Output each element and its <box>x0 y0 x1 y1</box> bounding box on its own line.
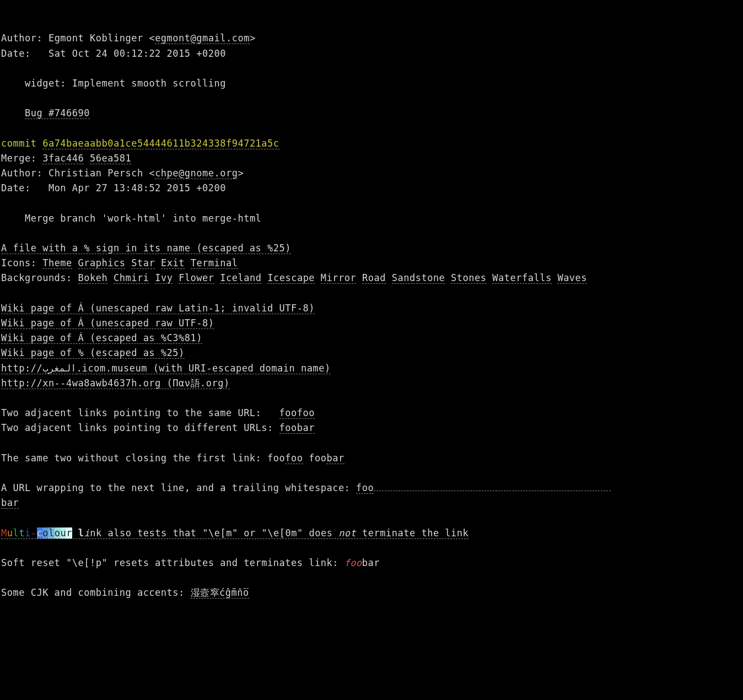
icon-theme-link[interactable]: Theme <box>42 257 72 269</box>
commit-label: commit <box>1 138 42 149</box>
diff-url-label: Two adjacent links pointing to different… <box>1 422 279 433</box>
bug-prefix <box>1 107 25 119</box>
author-name: Egmont Koblinger < <box>42 33 155 44</box>
author-label-2: Author: <box>1 168 42 179</box>
reset-bar: bar <box>362 557 380 568</box>
museum-link-a[interactable]: http://المغرب <box>1 363 77 374</box>
commit-message: widget: Implement smooth scrolling <box>1 78 226 89</box>
wrap-bar-link[interactable]: bar <box>1 497 19 509</box>
author-close: > <box>250 33 256 44</box>
wrap-foo-link[interactable]: foo <box>356 482 374 494</box>
no-close-bar-link[interactable]: bar <box>326 453 344 464</box>
no-close-label: The same two without closing the first l… <box>1 453 285 464</box>
date-value: Sat Oct 24 00:12:22 2015 +0200 <box>42 48 226 59</box>
wrap-label: A URL wrapping to the next line, and a t… <box>1 482 356 493</box>
date-value-2: Mon Apr 27 13:48:52 2015 +0200 <box>42 182 226 193</box>
date-label-2: Date: <box>1 182 42 193</box>
bg-link[interactable]: Stones <box>451 272 486 284</box>
bg-link[interactable]: Waves <box>557 272 587 284</box>
icon-exit-link[interactable]: Exit <box>161 257 185 269</box>
icons-label: Icons: <box>1 257 42 268</box>
author-email-link[interactable]: egmont@gmail.com <box>155 33 250 44</box>
author-label: Author: <box>1 33 42 44</box>
wiki-link-4[interactable]: Wiki page of % (escaped as %25) <box>1 347 185 359</box>
author-name-2: Christian Persch < <box>42 168 155 179</box>
author-email-link-2[interactable]: chpe@gnome.org <box>155 168 238 179</box>
bg-link[interactable]: Chmiri <box>114 272 149 284</box>
same-url-label: Two adjacent links pointing to the same … <box>1 407 279 418</box>
terminal-output: Author: Egmont Koblinger <egmont@gmail.c… <box>1 31 742 600</box>
wiki-link-2[interactable]: Wiki page of Á (unescaped raw UTF-8) <box>1 317 214 329</box>
soft-reset-label: Soft reset "\e[!p" resets attributes and… <box>1 557 344 568</box>
bg-link[interactable]: Ivy <box>155 272 173 284</box>
icon-star-link[interactable]: Star <box>131 257 155 269</box>
bg-link[interactable]: Sandstone <box>392 272 445 284</box>
commit-hash-link[interactable]: 6a74baeaabb0a1ce54444611b324338f94721a5c <box>42 138 279 149</box>
no-close-foo-link[interactable]: foo <box>285 453 303 464</box>
museum-link-b[interactable]: .icom.museum (with URI-escaped domain na… <box>77 363 331 374</box>
reset-foo: foo <box>344 557 362 568</box>
bg-link[interactable]: Flower <box>179 272 214 284</box>
idn-link[interactable]: http://xn--4wa8awb4637h.org (Παν語.org) <box>1 378 230 389</box>
merge-hash1-link[interactable]: 3fac446 <box>42 153 84 164</box>
bg-link[interactable]: Mirror <box>321 272 356 284</box>
merge-hash2-link[interactable]: 56ea581 <box>90 153 131 164</box>
same-url-link[interactable]: foofoo <box>279 407 315 419</box>
date-label: Date: <box>1 48 42 59</box>
file-link[interactable]: A file with a % sign in its name (escape… <box>1 243 291 254</box>
bg-link[interactable]: Road <box>362 272 386 284</box>
commit-message-2: Merge branch 'work-html' into merge-html <box>1 213 261 224</box>
multi-colour-link[interactable]: Multi-colour link also tests that "\e[m"… <box>1 527 469 539</box>
bg-link[interactable]: Icescape <box>267 272 315 284</box>
diff-url-link[interactable]: foobar <box>279 422 315 434</box>
bg-link[interactable]: Iceland <box>220 272 261 284</box>
backgrounds-label: Backgrounds: <box>1 272 78 283</box>
bg-link[interactable]: Bokeh <box>78 272 108 284</box>
merge-label: Merge: <box>1 153 42 164</box>
bug-link[interactable]: Bug #746690 <box>25 107 90 119</box>
wiki-link-3[interactable]: Wiki page of Á (escaped as %C3%81) <box>1 332 202 344</box>
bg-link[interactable]: Waterfalls <box>492 272 551 284</box>
cjk-label: Some CJK and combining accents: <box>1 587 191 598</box>
cjk-link[interactable]: 湿壼窣ćĝm̃n̄o̅ <box>191 587 249 599</box>
wiki-link-1[interactable]: Wiki page of Á (unescaped raw Latin-1; i… <box>1 303 315 314</box>
icon-terminal-link[interactable]: Terminal <box>191 257 238 269</box>
icon-graphics-link[interactable]: Graphics <box>78 257 126 269</box>
